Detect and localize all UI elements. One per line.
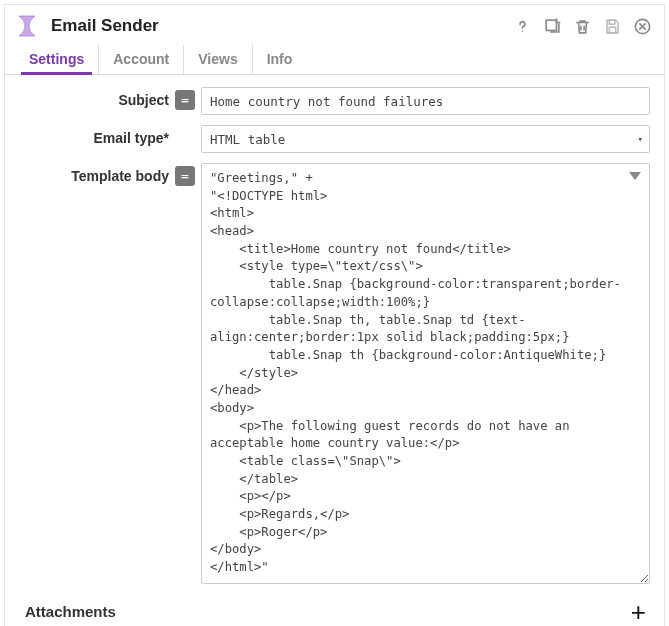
row-email-type: Email type* HTML table ▾ [19,125,650,153]
settings-form: Subject = Email type* HTML table ▾ Templ… [5,75,664,584]
label-email-type: Email type* [19,125,169,146]
expression-toggle-template[interactable]: = [175,166,195,186]
header-toolbar [512,16,652,36]
label-subject: Subject [19,87,169,108]
label-template-body: Template body [19,163,169,184]
help-icon[interactable] [512,16,532,36]
row-subject: Subject = [19,87,650,115]
close-icon[interactable] [632,16,652,36]
duplicate-icon[interactable] [542,16,562,36]
snap-icon [15,13,41,39]
svg-rect-3 [609,27,615,33]
tab-views[interactable]: Views [184,45,252,74]
subject-input[interactable] [201,87,650,115]
delete-icon[interactable] [572,16,592,36]
expand-icon[interactable] [628,169,642,185]
tab-account[interactable]: Account [99,45,184,74]
panel-header: Email Sender [5,5,664,45]
save-icon[interactable] [602,16,622,36]
email-type-select[interactable]: HTML table ▾ [201,125,650,153]
svg-point-0 [521,30,522,31]
email-sender-panel: Email Sender [4,4,665,626]
svg-rect-1 [546,20,556,30]
row-template-body: Template body = "Greetings," + "<!DOCTYP… [19,163,650,584]
email-type-value: HTML table [210,132,285,147]
attachments-section: Attachments + [5,594,664,626]
svg-rect-2 [609,20,615,24]
expression-toggle-subject[interactable]: = [175,90,195,110]
tab-settings[interactable]: Settings [15,45,99,74]
add-attachment-icon[interactable]: + [631,602,650,622]
panel-title: Email Sender [51,16,159,36]
chevron-down-icon: ▾ [638,134,643,144]
attachments-label: Attachments [25,603,116,620]
tab-bar: Settings Account Views Info [5,45,664,75]
tab-info[interactable]: Info [253,45,307,74]
template-body-textarea[interactable]: "Greetings," + "<!DOCTYPE html> <html> <… [201,163,650,584]
